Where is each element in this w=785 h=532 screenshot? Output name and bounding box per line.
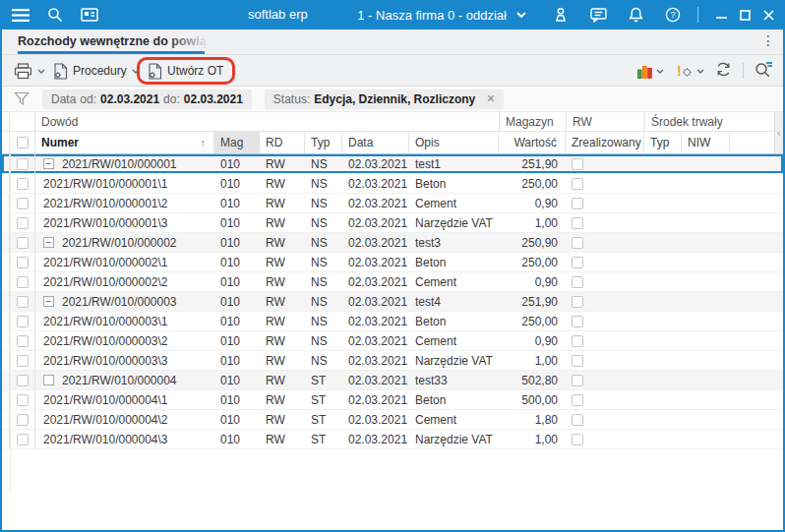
row-checkbox[interactable] [17, 375, 29, 386]
row-indicator-cell [2, 292, 10, 311]
cell-opis: Cement [409, 194, 499, 212]
messages-icon[interactable] [585, 2, 611, 28]
row-checkbox[interactable] [17, 178, 29, 190]
row-checkbox[interactable] [17, 355, 29, 367]
row-select-cell [10, 292, 35, 311]
status-filter-chip[interactable]: Status: Edycja, Dziennik, Rozliczony ✕ [265, 89, 505, 109]
row-checkbox[interactable] [17, 158, 29, 170]
hamburger-menu-icon[interactable] [8, 2, 33, 28]
row-checkbox[interactable] [17, 257, 29, 268]
zrealizowany-checkbox[interactable] [572, 257, 583, 268]
chevron-down-icon [696, 69, 704, 74]
table-row[interactable]: 2021/RW/010/000003\3 010 RW NS 02.03.202… [2, 351, 783, 371]
gutter-line [10, 154, 11, 492]
table-row[interactable]: −2021/RW/010/000001 010 RW NS 02.03.2021… [2, 154, 783, 174]
zrealizowany-checkbox[interactable] [572, 158, 583, 170]
table-row[interactable]: 2021/RW/010/000004\1 010 RW ST 02.03.202… [2, 390, 783, 410]
table-row[interactable]: 2021/RW/010/000003\1 010 RW NS 02.03.202… [2, 312, 783, 331]
row-checkbox[interactable] [17, 434, 29, 445]
cell-opis: Beton [409, 174, 499, 193]
side-panel-toggle[interactable]: ‹ [774, 112, 783, 153]
column-header-wartosc[interactable]: Wartość [499, 132, 566, 153]
row-checkbox[interactable] [17, 217, 29, 229]
zrealizowany-checkbox[interactable] [572, 178, 583, 190]
table-row[interactable]: −2021/RW/010/000003 010 RW NS 02.03.2021… [2, 292, 783, 312]
column-header-mag[interactable]: Mag [214, 132, 260, 153]
alerts-settings-button[interactable]: ! [675, 63, 704, 80]
procedury-button[interactable]: Procedury [53, 55, 140, 87]
column-header-zrealizowany[interactable]: Zrealizowany [566, 132, 644, 153]
table-row[interactable]: 2021/RW/010/000004\3 010 RW ST 02.03.202… [2, 430, 783, 449]
row-checkbox[interactable] [17, 296, 29, 308]
window-maximize-button[interactable] [734, 3, 755, 27]
zrealizowany-checkbox[interactable] [572, 217, 583, 229]
chart-button[interactable] [636, 63, 664, 80]
row-expander[interactable] [43, 375, 54, 385]
zrealizowany-checkbox[interactable] [572, 355, 583, 367]
zrealizowany-checkbox[interactable] [572, 316, 583, 327]
zrealizowany-checkbox[interactable] [572, 434, 583, 445]
table-row[interactable]: 2021/RW/010/000004\2 010 RW ST 02.03.202… [2, 410, 783, 430]
status-chip-close-icon[interactable]: ✕ [486, 92, 495, 105]
user-icon[interactable] [548, 2, 574, 28]
utworz-ot-button[interactable]: Utwórz OT [148, 55, 223, 87]
row-checkbox[interactable] [17, 414, 29, 426]
cell-niw [682, 292, 730, 311]
row-checkbox[interactable] [17, 198, 29, 209]
zrealizowany-checkbox[interactable] [572, 375, 583, 386]
search-filter-button[interactable] [755, 61, 773, 81]
window-minimize-button[interactable] [710, 3, 732, 27]
print-button[interactable] [14, 55, 45, 87]
row-expander[interactable]: − [43, 158, 54, 169]
zrealizowany-checkbox[interactable] [572, 414, 583, 426]
row-checkbox[interactable] [17, 237, 29, 249]
row-checkbox[interactable] [17, 316, 29, 327]
table-row[interactable]: 2021/RW/010/000002\1 010 RW NS 02.03.202… [2, 253, 783, 272]
header-indicator-cell [2, 112, 10, 131]
tab-menu-dots-icon[interactable]: ⋮ [761, 32, 775, 48]
table-row[interactable]: 2021/RW/010/000001\2 010 RW NS 02.03.202… [2, 194, 783, 213]
help-icon[interactable]: ? [660, 2, 686, 28]
column-header-typ-st[interactable]: Typ [644, 132, 682, 153]
row-checkbox[interactable] [17, 276, 29, 288]
table-row[interactable]: 2021/RW/010/000003\2 010 RW NS 02.03.202… [2, 331, 783, 351]
column-header-opis[interactable]: Opis [409, 132, 499, 153]
company-selector[interactable]: 1 - Nasza firma 0 - oddział [357, 8, 526, 23]
search-icon[interactable] [42, 2, 68, 28]
table-row[interactable]: −2021/RW/010/000002 010 RW NS 02.03.2021… [2, 233, 783, 253]
cell-typ-st [644, 312, 682, 330]
row-checkbox[interactable] [17, 335, 29, 347]
filter-funnel-icon[interactable] [14, 91, 30, 106]
window-close-button[interactable] [757, 3, 779, 27]
zrealizowany-checkbox[interactable] [572, 198, 583, 209]
zrealizowany-checkbox[interactable] [572, 296, 583, 308]
zrealizowany-checkbox[interactable] [572, 394, 583, 406]
tab-rozchody-wewnetrzne[interactable]: Rozchody wewnętrzne do powiązania z [18, 30, 209, 52]
zrealizowany-checkbox[interactable] [572, 276, 583, 288]
table-row[interactable]: 2021/RW/010/000001\1 010 RW NS 02.03.202… [2, 174, 783, 194]
table-row[interactable]: 2021/RW/010/000004 010 RW ST 02.03.2021 … [2, 371, 783, 390]
column-header-data[interactable]: Data [342, 132, 409, 153]
cell-filler [730, 410, 783, 429]
zrealizowany-checkbox[interactable] [572, 335, 583, 347]
zrealizowany-checkbox[interactable] [572, 237, 583, 249]
row-expander[interactable]: − [43, 237, 54, 248]
select-all-checkbox[interactable] [17, 137, 29, 148]
cell-typ-st [644, 351, 682, 370]
row-expander[interactable]: − [43, 296, 54, 307]
table-row[interactable]: 2021/RW/010/000001\3 010 RW NS 02.03.202… [2, 213, 783, 233]
cell-data: 02.03.2021 [342, 213, 409, 232]
row-checkbox[interactable] [17, 394, 29, 406]
notifications-bell-icon[interactable] [623, 2, 648, 28]
column-header-typ[interactable]: Typ [305, 132, 342, 153]
column-header-rd[interactable]: RD [260, 132, 305, 153]
cell-typ: NS [305, 253, 342, 271]
refresh-button[interactable] [715, 61, 732, 81]
column-header-numer[interactable]: Numer ↑ [35, 132, 214, 153]
news-card-icon[interactable] [77, 2, 102, 28]
exclamation-gear-icon: ! [675, 63, 694, 80]
row-select-cell [10, 272, 35, 291]
date-filter-chip[interactable]: Data od: 02.03.2021 do: 02.03.2021 [42, 89, 252, 109]
column-header-niw[interactable]: NIW [682, 132, 730, 153]
table-row[interactable]: 2021/RW/010/000002\2 010 RW NS 02.03.202… [2, 272, 783, 292]
